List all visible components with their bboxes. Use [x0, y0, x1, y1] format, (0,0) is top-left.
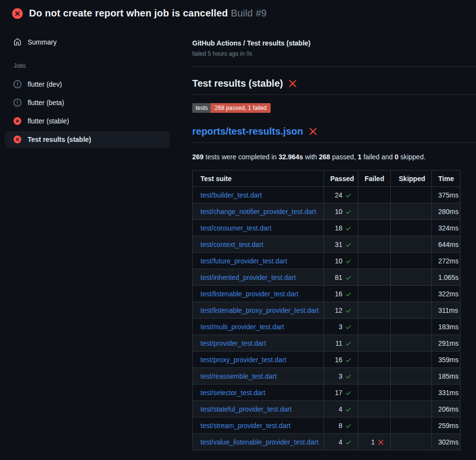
passed-cell-value: 11: [335, 339, 342, 347]
passed-cell-value: 16: [335, 356, 342, 364]
time-cell: 331ms: [432, 384, 461, 401]
test-suite-link[interactable]: test/change_notifier_provider_test.dart: [200, 208, 316, 215]
stop-icon: [14, 99, 21, 107]
summary-segment: tests were completed in: [203, 153, 278, 161]
test-suite-link[interactable]: test/stream_provider_test.dart: [200, 422, 291, 429]
test-suite-link[interactable]: test/selector_test.dart: [200, 389, 265, 397]
table-row: test/stream_provider_test.dart8259ms: [193, 417, 461, 434]
check-icon: [345, 324, 352, 330]
job-label: flutter (dev): [28, 80, 62, 88]
column-header-failed: Failed: [358, 170, 391, 187]
column-header-time: Time: [432, 170, 461, 187]
summary-segment: 0: [395, 153, 399, 161]
time-cell: 206ms: [432, 401, 461, 417]
test-suite-link[interactable]: test/builder_test.dart: [200, 191, 262, 199]
test-suite-link[interactable]: test/consumer_test.dart: [200, 224, 271, 232]
sidebar-item-test-results-stable[interactable]: Test results (stable): [5, 131, 170, 148]
test-suite-cell: test/listenable_proxy_provider_test.dart: [193, 302, 324, 319]
table-row: test/builder_test.dart24375ms: [193, 187, 461, 203]
test-suite-link[interactable]: test/inherited_provider_test.dart: [200, 274, 296, 281]
section-heading-text: Test results (stable): [192, 78, 283, 89]
test-suite-link[interactable]: test/listenable_proxy_provider_test.dart: [200, 307, 319, 314]
test-suite-cell: test/multi_provider_test.dart: [193, 319, 324, 335]
check-icon: [345, 258, 352, 264]
red-cross-icon: [288, 79, 297, 88]
test-suite-link[interactable]: test/reassemble_test.dart: [200, 372, 276, 380]
skipped-cell: [391, 368, 432, 384]
test-suite-link[interactable]: test/context_test.dart: [200, 241, 263, 248]
time-cell: 185ms: [432, 368, 461, 384]
test-suite-cell: test/reassemble_test.dart: [193, 368, 324, 384]
failed-cell: [358, 253, 391, 269]
check-icon: [345, 307, 352, 314]
summary-segment: 269: [192, 153, 203, 161]
test-suite-link[interactable]: test/value_listenable_provider_test.dart: [200, 438, 319, 446]
report-heading: reports/test-results.json: [192, 126, 476, 137]
test-suite-link[interactable]: test/proxy_provider_test.dart: [200, 356, 286, 364]
failed-cell: [358, 384, 391, 401]
passed-cell-value: 17: [335, 389, 342, 397]
report-link[interactable]: reports/test-results.json: [192, 126, 303, 137]
failed-cell: [358, 417, 391, 434]
failed-cell: [358, 368, 391, 384]
sidebar-item-flutter-dev[interactable]: flutter (dev): [5, 76, 170, 92]
time-cell: 272ms: [432, 253, 461, 269]
sidebar-item-summary[interactable]: Summary: [5, 36, 189, 48]
time-cell: 1.065s: [432, 269, 461, 286]
summary-segment: passed,: [330, 153, 358, 161]
passed-cell: 4: [324, 434, 358, 450]
failed-cell: [358, 203, 391, 220]
passed-cell-value: 18: [335, 224, 342, 232]
divider: [192, 66, 476, 67]
summary-line: 269 tests were completed in 32.964s with…: [192, 153, 476, 161]
time-cell: 644ms: [432, 236, 461, 253]
table-row: test/change_notifier_provider_test.dart1…: [193, 203, 461, 220]
failed-cell: [358, 335, 391, 352]
divider: [192, 142, 476, 143]
table-row: test/stateful_provider_test.dart4206ms: [193, 401, 461, 417]
check-icon: [345, 373, 352, 380]
passed-cell-value: 31: [335, 241, 342, 248]
test-suite-link[interactable]: test/listenable_provider_test.dart: [200, 290, 298, 298]
skipped-cell: [391, 236, 432, 253]
test-suite-cell: test/context_test.dart: [193, 236, 324, 253]
table-row: test/inherited_provider_test.dart811.065…: [193, 269, 461, 286]
stop-icon: [14, 80, 21, 88]
sidebar-item-flutter-stable[interactable]: flutter (stable): [5, 113, 170, 129]
run-title: Do not create report when job is cancell…: [29, 8, 267, 19]
test-suite-link[interactable]: test/future_provider_test.dart: [200, 257, 287, 265]
passed-cell: 24: [324, 187, 358, 203]
passed-cell-value: 12: [335, 307, 342, 314]
sidebar-item-flutter-beta[interactable]: flutter (beta): [5, 94, 170, 111]
time-cell: 280ms: [432, 203, 461, 220]
passed-cell: 10: [324, 253, 358, 269]
test-suite-cell: test/selector_test.dart: [193, 384, 324, 401]
passed-cell: 31: [324, 236, 358, 253]
test-suite-cell: test/consumer_test.dart: [193, 220, 324, 236]
passed-cell: 12: [324, 302, 358, 319]
passed-cell-value: 8: [338, 422, 342, 429]
test-suite-link[interactable]: test/multi_provider_test.dart: [200, 323, 284, 331]
passed-cell: 10: [324, 203, 358, 220]
passed-cell-value: 3: [338, 372, 342, 380]
failed-cell: [358, 236, 391, 253]
skipped-cell: [391, 319, 432, 335]
test-suite-link[interactable]: test/stateful_provider_test.dart: [200, 405, 292, 413]
failed-cell: [358, 302, 391, 319]
skipped-cell: [391, 253, 432, 269]
summary-segment: 1: [358, 153, 362, 161]
skipped-cell: [391, 187, 432, 203]
test-suite-cell: test/provider_test.dart: [193, 335, 324, 352]
time-cell: 311ms: [432, 302, 461, 319]
test-suite-cell: test/future_provider_test.dart: [193, 253, 324, 269]
check-icon: [345, 192, 352, 199]
test-suite-link[interactable]: test/provider_test.dart: [200, 339, 266, 347]
passed-cell: 8: [324, 417, 358, 434]
x-circle-icon: [14, 136, 21, 143]
check-icon: [345, 357, 352, 363]
time-cell: 322ms: [432, 286, 461, 302]
skipped-cell: [391, 203, 432, 220]
x-circle-icon: [12, 8, 23, 19]
passed-cell: 4: [324, 401, 358, 417]
run-header: Do not create report when job is cancell…: [0, 0, 476, 24]
